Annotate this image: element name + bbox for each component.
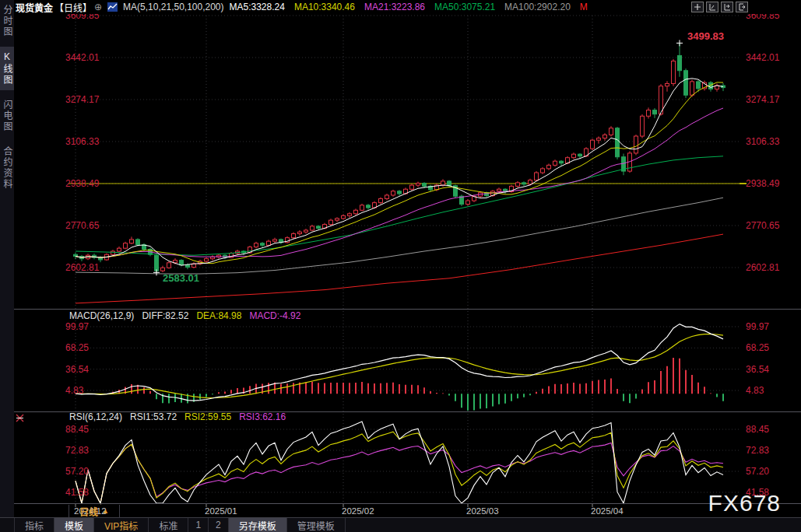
price-chart-svg[interactable]: 3499.832583.013609.853609.853442.013442.… — [14, 14, 801, 517]
ma-value: MA5:3328.24 — [230, 2, 285, 12]
bottom-toolbar: 指标模板VIP指标标准12另存模板管理模板 — [0, 517, 801, 532]
sidebar-item-timeshare[interactable]: 分时图 — [0, 0, 14, 42]
crosshair-move-icon[interactable] — [691, 2, 704, 12]
watermark: FX678 — [708, 490, 781, 516]
ma-line-ma200 — [76, 234, 723, 303]
svg-text:99.97: 99.97 — [65, 321, 89, 332]
svg-text:2025/02: 2025/02 — [342, 506, 374, 516]
toolbar-item-save-template[interactable]: 另存模板 — [229, 518, 287, 532]
svg-text:2938.49: 2938.49 — [65, 178, 100, 189]
svg-text:57.20: 57.20 — [65, 466, 89, 477]
svg-text:3106.33: 3106.33 — [746, 136, 780, 147]
axis-left-icon[interactable] — [706, 2, 718, 12]
rsi2-value: RSI2:59.55 — [184, 411, 231, 422]
svg-text:2602.81: 2602.81 — [65, 262, 100, 273]
svg-text:3442.01: 3442.01 — [746, 52, 780, 63]
period-tag: 【日线】 — [54, 1, 92, 14]
svg-text:72.83: 72.83 — [65, 445, 89, 456]
ma-line-ma50 — [76, 156, 723, 255]
svg-text:3609.85: 3609.85 — [746, 14, 780, 21]
header-icon-group — [691, 2, 748, 12]
macd-pane-header: MACD(26,12,9) DIFF:82.52 DEA:84.98 MACD:… — [69, 310, 300, 321]
macd-diff-value: DIFF:82.52 — [142, 310, 188, 321]
ma-value: MA10:3340.46 — [294, 2, 355, 12]
trading-app-window: 分时图K线图闪电图合约资料 现货黄金 【日线】 ⊕ MA(5,10,21,50,… — [0, 0, 801, 532]
rsi3-value: RSI3:62.16 — [239, 411, 286, 422]
sidebar-item-kline[interactable]: K线图 — [0, 47, 14, 90]
ma-value: M — [580, 2, 588, 12]
svg-text:2770.65: 2770.65 — [65, 220, 100, 231]
svg-text:88.45: 88.45 — [65, 424, 89, 435]
period-label: 日线 — [79, 505, 98, 518]
toolbar-item-manage-templates[interactable]: 管理模板 — [287, 518, 346, 532]
toolbar-item-vip-indicators[interactable]: VIP指标 — [94, 518, 149, 532]
pane-handle-icon[interactable] — [16, 411, 24, 425]
svg-text:68.25: 68.25 — [65, 342, 89, 353]
chart-type-icon[interactable] — [107, 2, 118, 12]
ma-line-ma5 — [76, 79, 723, 265]
svg-text:3499.83: 3499.83 — [687, 30, 724, 42]
svg-text:36.54: 36.54 — [746, 364, 769, 375]
svg-text:3106.33: 3106.33 — [65, 136, 100, 147]
toolbar-item-indicators[interactable]: 指标 — [14, 518, 54, 532]
toolbar-item-slot-2[interactable]: 2 — [209, 518, 229, 532]
svg-text:68.25: 68.25 — [746, 342, 769, 353]
macd-layer — [76, 324, 723, 411]
pane-separators — [14, 310, 801, 504]
rsi-pane-header: RSI(6,12,24) RSI1:53.72 RSI2:59.55 RSI3:… — [69, 411, 286, 422]
svg-text:4.83: 4.83 — [65, 385, 84, 396]
svg-text:3442.01: 3442.01 — [65, 52, 100, 63]
svg-text:4.83: 4.83 — [746, 385, 764, 396]
svg-text:2025/03: 2025/03 — [466, 506, 499, 516]
ma-value: MA50:3075.21 — [434, 2, 495, 12]
svg-text:99.97: 99.97 — [746, 321, 769, 332]
rsi1-value: RSI1:53.72 — [130, 411, 177, 422]
ma-line-ma10 — [76, 82, 723, 264]
candles-layer — [74, 43, 725, 272]
rsi-layer — [76, 422, 723, 503]
rsi-title: RSI(6,12,24) — [69, 411, 122, 422]
svg-text:3274.17: 3274.17 — [65, 94, 100, 105]
toolbar-item-slot-1[interactable]: 1 — [188, 518, 209, 532]
axis-right-icon[interactable] — [721, 2, 733, 12]
svg-text:2602.81: 2602.81 — [746, 262, 780, 273]
axis-labels-layer: 3609.853609.853442.013442.013274.173274.… — [65, 14, 780, 498]
toolbar-item-standard[interactable]: 标准 — [149, 518, 188, 532]
ma-value: MA21:3223.86 — [364, 2, 425, 12]
toolbar-item-templates[interactable]: 模板 — [54, 518, 94, 532]
date-axis: 2024/122025/012025/022025/032025/04 — [74, 504, 624, 516]
svg-text:2025/04: 2025/04 — [591, 506, 624, 516]
svg-text:88.45: 88.45 — [746, 424, 769, 435]
sidebar: 分时图K线图闪电图合约资料 — [0, 0, 14, 532]
triangle-up-icon: ▲ — [102, 507, 109, 515]
svg-text:41.58: 41.58 — [65, 487, 89, 498]
svg-text:2025/01: 2025/01 — [205, 506, 237, 516]
ma-values: MA5:3328.24MA10:3340.46MA21:3223.86MA50:… — [230, 2, 588, 12]
gridlines-layer — [69, 16, 740, 503]
macd-title: MACD(26,12,9) — [69, 310, 134, 321]
svg-text:72.83: 72.83 — [746, 445, 769, 456]
period-selector[interactable]: 日线 ▲ — [69, 505, 120, 517]
symbol-title: 现货黄金 — [16, 1, 53, 14]
macd-dea-value: DEA:84.98 — [196, 310, 241, 321]
chart-header: 现货黄金 【日线】 ⊕ MA(5,10,21,50,100,200) MA5:3… — [14, 0, 801, 14]
add-overlay-icon[interactable]: ⊕ — [94, 2, 102, 12]
rsi-line-6 — [76, 422, 723, 503]
svg-text:2770.65: 2770.65 — [746, 220, 780, 231]
ma-line-ma21 — [76, 108, 723, 257]
svg-text:36.54: 36.54 — [65, 364, 89, 375]
svg-text:3609.85: 3609.85 — [65, 14, 100, 21]
pop-out-icon[interactable] — [736, 2, 748, 12]
svg-text:57.20: 57.20 — [746, 466, 769, 477]
sidebar-item-contract-info[interactable]: 合约资料 — [0, 142, 14, 194]
ma-caption: MA(5,10,21,50,100,200) — [123, 2, 223, 12]
ma-value: MA100:2902.20 — [504, 2, 571, 12]
macd-hist-value: MACD:-4.92 — [249, 310, 300, 321]
sidebar-item-lightning[interactable]: 闪电图 — [0, 95, 14, 137]
svg-text:2583.01: 2583.01 — [163, 272, 199, 284]
svg-text:2938.49: 2938.49 — [746, 178, 780, 189]
svg-text:3274.17: 3274.17 — [746, 94, 780, 105]
